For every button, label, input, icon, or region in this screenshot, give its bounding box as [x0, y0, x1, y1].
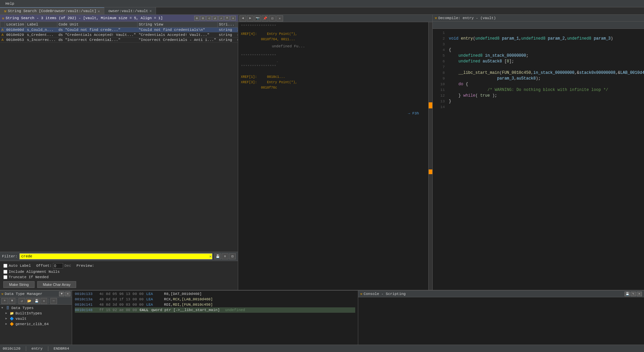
- truncate-check[interactable]: [3, 275, 7, 279]
- listing-bottom-content[interactable]: 0010c133 4c 8d 05 96 13 00 00 LEA R8,[DA…: [72, 291, 358, 349]
- code-line-10: 10 do {: [435, 82, 644, 87]
- row-stringview-1: "Credentials Accepted! Vault...": [137, 33, 217, 38]
- tree-item-builtintypes[interactable]: ► 📁 BuiltInTypes: [0, 311, 72, 316]
- auto-label-check[interactable]: [3, 264, 7, 268]
- listing-f3h: → F3h: [241, 111, 426, 116]
- filter-save-btn[interactable]: 💾: [214, 253, 221, 259]
- tab-browser[interactable]: owser:vault:/vault ✕: [104, 7, 156, 14]
- lb-bytes-0: 4c 8d 05 96 13 00 00: [99, 291, 144, 297]
- dtm-title-text: Data Type Manager: [5, 292, 42, 296]
- col-header-location[interactable]: Location: [5, 22, 26, 28]
- tree-item-generic[interactable]: ► 🔶 generic_clib_64: [0, 321, 72, 327]
- make-string-btn[interactable]: Make String: [3, 281, 35, 288]
- tab-bar: ⚒ String Search [CodeBrowser:vault:/vaul…: [0, 7, 644, 15]
- dtm-arrow-down[interactable]: ▼: [59, 292, 64, 296]
- filter-reset-btn[interactable]: ⊟: [229, 253, 236, 259]
- listing-snapshot[interactable]: 📌: [262, 15, 268, 21]
- listing-nav-back[interactable]: ◄: [239, 15, 246, 21]
- offset-label: Offset:: [36, 264, 52, 268]
- line-num-13: 13: [435, 99, 445, 104]
- col-header-le[interactable]: Le...: [236, 22, 238, 28]
- tree-item-vault[interactable]: ► 🔷 vault: [0, 316, 72, 321]
- lb-mnemonic-3: CALL: [140, 307, 148, 313]
- options-row-1: Auto Label Offset: Dec Preview:: [3, 263, 234, 268]
- string-search-results-table[interactable]: Location Label Code Unit String View Str…: [0, 21, 238, 252]
- ss-columns-btn[interactable]: ≡: [224, 16, 230, 20]
- dtm-arrow-drop[interactable]: ▼: [9, 298, 15, 304]
- ss-export-btn[interactable]: ↗: [218, 16, 224, 20]
- table-row[interactable]: A 0010e029 s_Credent... ds "Credentials …: [0, 33, 238, 38]
- filter-clear-btn[interactable]: ✕: [209, 254, 212, 259]
- dtm-new-btn[interactable]: +: [1, 298, 8, 304]
- listing-panel: ◄ ► 📷 📌 ⊟ ✕ **************** XREF[4]: En…: [238, 15, 433, 290]
- listing-dots-3: ****************: [241, 64, 426, 69]
- filter-input[interactable]: [19, 253, 212, 259]
- dtm-toolbar: + ▼ ↺ 📂 💾 ✕ —: [0, 297, 72, 305]
- listing-dots-1: ****************: [241, 23, 426, 29]
- listing-options[interactable]: ⊟: [269, 15, 276, 21]
- tab2-close-btn[interactable]: ✕: [150, 9, 152, 13]
- table-row[interactable]: A 0010e053 s_Incorrec... ds "Incorrect C…: [0, 38, 238, 43]
- col-header-label[interactable]: Label: [25, 22, 57, 28]
- listing-scroll-track[interactable]: [428, 22, 432, 290]
- console-save-btn[interactable]: 💾: [625, 292, 630, 296]
- tree-arrow-datatypes: ▼: [1, 306, 5, 310]
- listing-content-area: **************** XREF[4]: Entry Point(*)…: [238, 22, 432, 290]
- offset-unit: Dec: [64, 264, 71, 268]
- dtm-close-btn[interactable]: ✕: [65, 292, 70, 296]
- offset-input[interactable]: [53, 263, 63, 268]
- auto-label-checkbox[interactable]: Auto Label: [3, 264, 31, 268]
- menu-help[interactable]: Help: [3, 1, 17, 6]
- ss-settings-btn[interactable]: ⚙: [194, 16, 200, 20]
- ss-refresh-btn[interactable]: ↺: [212, 16, 218, 20]
- dtm-save-btn[interactable]: 💾: [33, 298, 40, 304]
- tree-item-datatypes[interactable]: ▼ 🗄 Data Types: [0, 305, 72, 311]
- ss-filter-btn[interactable]: ⊟: [200, 16, 206, 20]
- dtm-delete-btn[interactable]: ✕: [41, 298, 47, 304]
- line-num-3: 3: [435, 42, 445, 47]
- console-controls: 💾 ✎ ✕: [625, 292, 642, 296]
- include-alignment-checkbox[interactable]: Include Alignment Nulls: [3, 270, 60, 274]
- line-num-6: 6: [435, 59, 445, 64]
- dtm-refresh-btn[interactable]: ↺: [18, 298, 25, 304]
- truncate-checkbox[interactable]: Truncate If Needed: [3, 275, 49, 279]
- table-row[interactable]: A 0010e00d s_Could_n... ds "Could not fi…: [0, 28, 238, 33]
- filter-label: Filter:: [2, 254, 17, 258]
- tab-close-btn[interactable]: ✕: [98, 9, 100, 13]
- tree-icon-folder: 📁: [9, 311, 14, 316]
- row-label-1: s_Credent...: [25, 33, 57, 38]
- console-edit-btn[interactable]: ✎: [631, 292, 636, 296]
- dtm-collapse-btn[interactable]: —: [50, 298, 57, 304]
- col-header-stringview[interactable]: String View: [137, 22, 217, 28]
- row-len-1: 42: [236, 33, 238, 38]
- listing-camera[interactable]: 📷: [254, 15, 261, 21]
- listing-area[interactable]: **************** XREF[4]: Entry Point(*)…: [238, 22, 428, 290]
- col-header-stri[interactable]: Stri...: [217, 22, 236, 28]
- listing-nav-fwd[interactable]: ►: [247, 15, 254, 21]
- row-stri-2: string: [217, 38, 236, 43]
- filter-options-btn[interactable]: ≡: [222, 253, 228, 259]
- lb-mnemonic-2: LEA: [146, 302, 161, 307]
- col-header-codeunit[interactable]: Code Unit: [57, 22, 137, 28]
- lb-addr-0: 0010c133: [75, 291, 97, 297]
- status-func: entry: [32, 347, 43, 351]
- line-num-5: 5: [435, 53, 445, 59]
- ss-dismiss-btn[interactable]: ◁: [206, 16, 212, 20]
- lb-bytes-3: ff 15 92 ae 00 00: [99, 307, 137, 313]
- include-alignment-check[interactable]: [3, 270, 7, 274]
- decompile-icon: ⚒: [435, 16, 437, 20]
- decompile-toolbar: [433, 21, 644, 29]
- dtm-open-btn[interactable]: 📂: [26, 298, 33, 304]
- listing-close-area[interactable]: ✕: [276, 15, 283, 21]
- decompile-content[interactable]: 1 2 void entry(undefined8 param_1,undefi…: [433, 29, 644, 290]
- tree-label-datatypes: Data Types: [11, 306, 34, 310]
- tab-string-search[interactable]: ⚒ String Search [CodeBrowser:vault:/vaul…: [0, 7, 104, 14]
- code-line-6: 6 undefined auStack8 [8];: [435, 59, 644, 64]
- ss-close-btn[interactable]: ✕: [230, 16, 236, 20]
- tree-label-generic: generic_clib_64: [15, 322, 49, 326]
- make-char-array-btn[interactable]: Make Char Array: [37, 281, 76, 288]
- row-stri-0: string: [217, 28, 236, 33]
- lb-comment-3: undefined: [225, 307, 245, 313]
- console-close-btn[interactable]: ✕: [637, 292, 642, 296]
- listing-xref1: XREF[4]: Entry Point(*),: [241, 32, 426, 37]
